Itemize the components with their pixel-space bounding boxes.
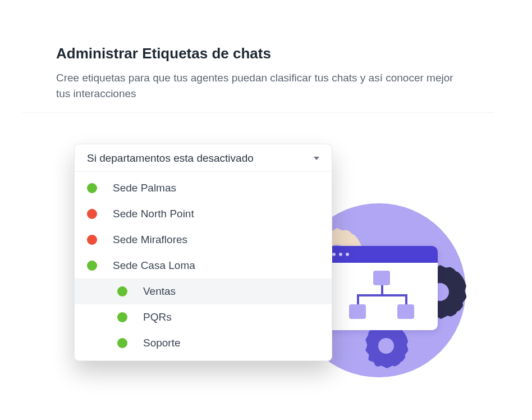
dropdown-item-label: Ventas xyxy=(143,285,176,298)
org-chart-window-icon xyxy=(325,246,438,330)
dropdown-item[interactable]: Sede North Point xyxy=(75,201,332,227)
dropdown-item-label: Sede Palmas xyxy=(113,182,176,194)
departments-dropdown[interactable]: Si departamentos esta desactivado Sede P… xyxy=(74,144,332,361)
status-dot-icon xyxy=(87,183,97,193)
dropdown-item[interactable]: Ventas xyxy=(75,279,332,304)
status-dot-icon xyxy=(87,209,97,219)
chevron-down-icon xyxy=(314,157,319,160)
status-dot-icon xyxy=(117,312,127,322)
status-dot-icon xyxy=(87,261,97,271)
page-title: Administrar Etiquetas de chats xyxy=(56,45,460,62)
dropdown-item-label: PQRs xyxy=(143,311,172,323)
dropdown-item[interactable]: Sede Casa Loma xyxy=(75,253,332,279)
dropdown-header[interactable]: Si departamentos esta desactivado xyxy=(75,144,332,172)
dropdown-item-label: Sede Miraflores xyxy=(113,234,187,246)
status-dot-icon xyxy=(117,338,127,348)
status-dot-icon xyxy=(87,235,97,245)
dropdown-item-label: Sede North Point xyxy=(113,208,194,220)
status-dot-icon xyxy=(117,286,127,296)
dropdown-item[interactable]: PQRs xyxy=(75,304,332,330)
dropdown-item-label: Sede Casa Loma xyxy=(113,259,195,272)
divider xyxy=(22,112,494,113)
org-chart-icon xyxy=(325,263,438,330)
page-description: Cree etiquetas para que tus agentes pued… xyxy=(56,70,460,101)
dropdown-item[interactable]: Soporte xyxy=(75,330,332,356)
dropdown-list: Sede PalmasSede North PointSede Miraflor… xyxy=(75,172,332,360)
dropdown-item[interactable]: Sede Palmas xyxy=(75,175,332,201)
window-titlebar xyxy=(325,246,438,263)
dropdown-item-label: Soporte xyxy=(143,337,181,349)
dropdown-label: Si departamentos esta desactivado xyxy=(87,152,254,165)
dropdown-item[interactable]: Sede Miraflores xyxy=(75,227,332,253)
